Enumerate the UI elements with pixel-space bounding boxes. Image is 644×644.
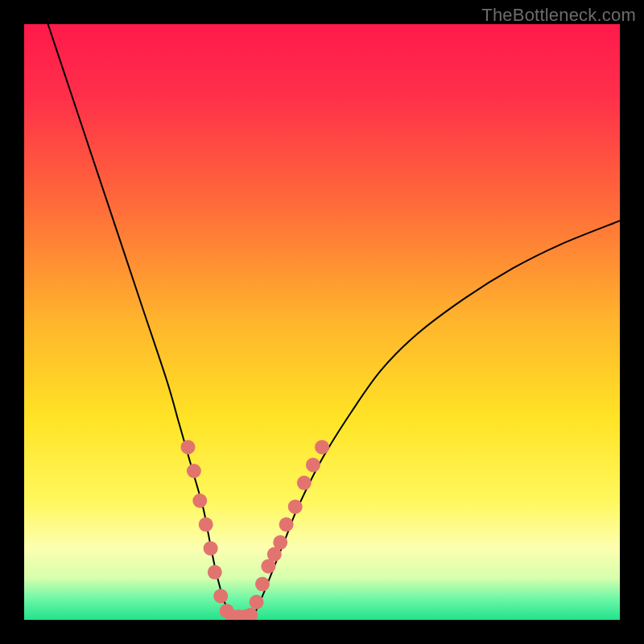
highlight-dot: [208, 565, 222, 580]
plot-area: [24, 24, 620, 620]
highlight-dot: [213, 588, 228, 603]
highlight-dot: [297, 476, 312, 490]
highlight-dot: [250, 595, 264, 609]
highlight-dot: [279, 518, 294, 532]
highlight-dot: [288, 499, 303, 514]
chart-frame: TheBottleneck.com: [0, 0, 644, 644]
bottleneck-curve: [24, 24, 620, 620]
highlight-dot: [306, 458, 320, 473]
highlight-dot: [255, 577, 270, 592]
highlight-dot: [199, 518, 213, 532]
highlight-dot: [181, 440, 196, 454]
highlight-dot: [192, 493, 207, 508]
highlight-dot: [187, 464, 201, 478]
watermark-text: TheBottleneck.com: [481, 5, 636, 26]
highlight-dot: [204, 541, 218, 555]
highlight-dot: [273, 535, 287, 550]
highlight-dot: [315, 440, 329, 454]
